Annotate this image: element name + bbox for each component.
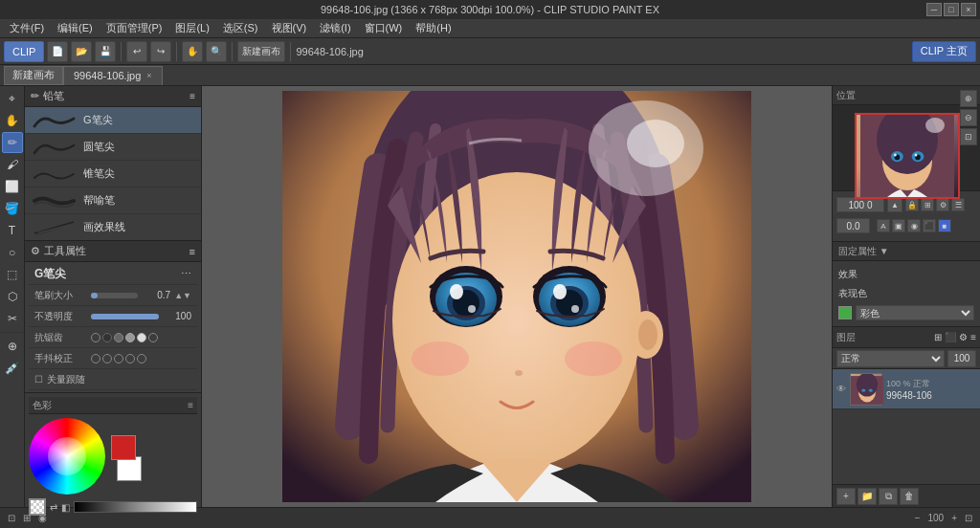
corr-dot-0[interactable] (91, 354, 100, 363)
clip-home-button[interactable]: CLIP 主页 (912, 41, 976, 62)
status-btn-2[interactable]: ⊞ (23, 513, 31, 523)
effect-dropdown[interactable]: 彩色 (856, 305, 974, 320)
size-input-icon[interactable]: ▲▼ (174, 291, 191, 300)
icon-settings[interactable]: ⚙ (936, 198, 949, 211)
new-canvas-tab[interactable]: 新建画布 (4, 66, 63, 85)
dot-5[interactable] (148, 333, 158, 342)
icon-a3[interactable]: ◉ (907, 219, 921, 232)
close-button[interactable]: × (961, 3, 976, 16)
brush-panel-menu[interactable]: ≡ (189, 91, 195, 101)
undo-button[interactable]: ↩ (126, 41, 147, 62)
new-folder-btn[interactable]: 📁 (858, 488, 877, 505)
tool-shape[interactable]: ○ (2, 242, 23, 263)
brush-settings-icon[interactable]: ⋯ (181, 268, 191, 280)
new-canvas-button[interactable]: 新建画布 (237, 41, 285, 62)
new-layer-btn[interactable]: + (836, 488, 856, 505)
tab-close-icon[interactable]: × (146, 71, 151, 80)
menu-layer[interactable]: 图层(L) (169, 19, 214, 37)
status-btn-1[interactable]: ⊡ (8, 513, 15, 523)
menu-filter[interactable]: 滤镜(I) (314, 19, 356, 37)
menu-page[interactable]: 页面管理(P) (100, 19, 168, 37)
color-wheel[interactable] (29, 418, 105, 495)
icon-a2[interactable]: ▣ (892, 219, 905, 232)
icon-more[interactable]: ☰ (951, 198, 965, 211)
zoom-out-btn[interactable]: − (915, 513, 921, 523)
layers-menu[interactable]: ≡ (970, 332, 976, 342)
tool-eye-dropper[interactable]: 💉 (2, 358, 23, 379)
default-colors-icon[interactable]: ◧ (61, 502, 70, 513)
size-slider[interactable] (91, 293, 138, 298)
icon-grid[interactable]: ⊞ (921, 198, 934, 211)
nav-icon-2[interactable]: ⊖ (960, 109, 977, 126)
save-button[interactable]: 💾 (95, 41, 116, 62)
foreground-color[interactable] (111, 435, 136, 460)
corr-dot-1[interactable] (102, 354, 112, 363)
follow-checkbox[interactable]: ☐ (34, 374, 43, 385)
dot-1[interactable] (102, 333, 112, 342)
tool-props-menu[interactable]: ≡ (189, 246, 195, 257)
tool-zoom[interactable]: ⊕ (2, 336, 23, 357)
maximize-button[interactable]: □ (944, 3, 959, 16)
menu-edit[interactable]: 编辑(E) (52, 19, 99, 37)
corr-dot-2[interactable] (114, 354, 123, 363)
open-button[interactable]: 📂 (71, 41, 92, 62)
icon-a5[interactable]: ■ (938, 219, 951, 232)
effect-swatch-green[interactable] (838, 306, 852, 319)
dot-3[interactable] (125, 333, 135, 342)
menu-help[interactable]: 帮助(H) (410, 19, 457, 37)
copy-layer-btn[interactable]: ⧉ (879, 488, 898, 505)
brush-item-effect[interactable]: 画效果线 (25, 214, 201, 240)
minimize-button[interactable]: ─ (926, 3, 942, 16)
brush-item-cone[interactable]: 锥笔尖 (25, 161, 201, 187)
layers-icon-2[interactable]: ⬛ (945, 332, 956, 342)
swap-colors-icon[interactable]: ⇄ (50, 502, 57, 513)
delete-layer-btn[interactable]: 🗑 (900, 488, 919, 505)
tool-eraser[interactable]: ⬜ (2, 176, 23, 197)
brush-item-round[interactable]: 圆笔尖 (25, 134, 201, 161)
menu-selection[interactable]: 选区(S) (217, 19, 264, 37)
tool-cursor[interactable]: ⌖ (2, 88, 23, 109)
tool-select[interactable]: ⬚ (2, 264, 23, 285)
color-menu[interactable]: ≡ (188, 400, 193, 410)
status-btn-3[interactable]: ◉ (38, 513, 47, 523)
new-file-button[interactable]: 📄 (47, 41, 68, 62)
tool-text[interactable]: T (2, 220, 23, 241)
blend-mode-select[interactable]: 正常 (836, 350, 945, 367)
dot-2[interactable] (114, 333, 123, 342)
icon-lock[interactable]: 🔒 (905, 198, 919, 211)
zoom-fit-btn[interactable]: ⊡ (965, 513, 972, 523)
corr-dot-3[interactable] (125, 354, 135, 363)
tool-crop[interactable]: ✂ (2, 308, 23, 329)
zoom-tool[interactable]: 🔍 (206, 41, 227, 62)
nav-icon-1[interactable]: ⊕ (960, 90, 977, 107)
ctrl-btn-1[interactable]: ▲ (887, 197, 902, 212)
hand-tool[interactable]: ✋ (182, 41, 203, 62)
icon-a4[interactable]: ⬛ (923, 219, 936, 232)
redo-button[interactable]: ↪ (150, 41, 171, 62)
tool-lasso[interactable]: ⬡ (2, 286, 23, 307)
layers-icon-3[interactable]: ⚙ (959, 332, 968, 342)
dot-4[interactable] (137, 333, 146, 342)
tool-hand[interactable]: ✋ (2, 110, 23, 131)
corr-dot-4[interactable] (137, 354, 146, 363)
menu-file[interactable]: 文件(F) (4, 19, 50, 37)
menu-window[interactable]: 窗口(W) (359, 19, 409, 37)
ctrl-input-1[interactable] (836, 197, 884, 212)
tool-fill[interactable]: 🪣 (2, 198, 23, 219)
clip-button[interactable]: CLIP (4, 41, 44, 62)
tool-brush[interactable]: 🖌 (2, 154, 23, 175)
nav-icon-3[interactable]: ⊡ (960, 128, 977, 145)
opacity-slider[interactable] (91, 314, 159, 319)
brush-item-help[interactable]: 帮喻笔 (25, 187, 201, 214)
dot-0[interactable] (91, 333, 100, 342)
tool-pen[interactable]: ✏ (2, 132, 23, 153)
layer-eye-1[interactable]: 👁 (836, 384, 846, 394)
icon-a1[interactable]: A (877, 219, 890, 232)
layers-icon-1[interactable]: ⊞ (934, 332, 942, 342)
brush-item-g[interactable]: G笔尖 (25, 107, 201, 134)
opacity-field[interactable] (947, 350, 976, 367)
menu-view[interactable]: 视图(V) (266, 19, 313, 37)
ctrl-input-2[interactable] (836, 218, 870, 233)
canvas-area[interactable] (202, 86, 832, 507)
layer-item-1[interactable]: 👁 100 % 正常 99648-106 (833, 369, 980, 409)
